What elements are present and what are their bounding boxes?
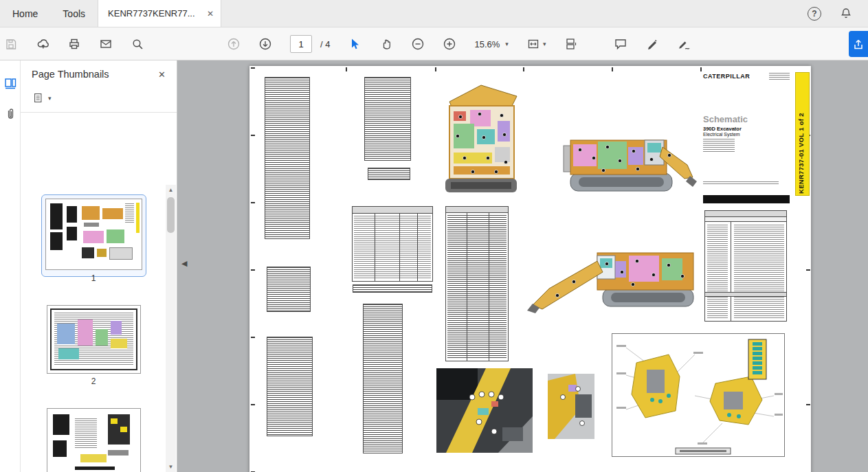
zoom-level-dropdown[interactable]: 15.6% ▾: [474, 39, 508, 49]
wire-list-table: [267, 337, 313, 436]
print-button[interactable]: [67, 37, 81, 51]
previous-page-button[interactable]: [227, 37, 241, 51]
panel-title: Page Thumbnails: [32, 69, 109, 80]
thumbnail-options-button[interactable]: ▾: [21, 85, 177, 112]
page-number-input[interactable]: [290, 35, 312, 53]
wire-list-table: [265, 77, 310, 239]
title-block-bar: [703, 195, 790, 203]
page-thumbnails-panel: Page Thumbnails ✕ ▾: [21, 60, 177, 472]
email-button[interactable]: [99, 37, 113, 51]
thumbnail-scroll-area: 1 2: [21, 122, 177, 472]
close-panel-icon[interactable]: ✕: [158, 69, 166, 80]
select-tool-button[interactable]: [348, 37, 361, 51]
highlight-pen-button[interactable]: [645, 37, 659, 51]
help-icon[interactable]: ?: [808, 7, 821, 21]
scrolling-mode-button[interactable]: [564, 37, 577, 51]
serial-number-lines: [703, 139, 735, 153]
title-block: CATERPILLAR Schematic 390D Excavator Ele…: [703, 73, 792, 203]
wire-list-table: [267, 267, 311, 312]
doc-system: Electrical System: [703, 132, 748, 137]
save-to-cloud-button[interactable]: [36, 37, 49, 51]
zoom-in-button[interactable]: [443, 37, 456, 51]
tab-bar: Home Tools KENR7737KENR77... ✕ ?: [0, 0, 868, 27]
document-canvas: ◀: [177, 60, 868, 472]
toolbar-nav-group: / 4 15.6% ▾ ▾: [227, 27, 577, 60]
search-icon[interactable]: [131, 37, 144, 51]
tab-home-label: Home: [12, 8, 38, 19]
chevron-down-icon: ▾: [505, 41, 509, 47]
tab-home[interactable]: Home: [0, 0, 50, 27]
hand-tool-button[interactable]: [379, 37, 393, 51]
small-table: [353, 284, 432, 293]
doc-heading: Schematic: [703, 114, 748, 124]
comment-button[interactable]: [614, 37, 627, 51]
fill-sign-button[interactable]: [677, 37, 691, 51]
share-button[interactable]: [849, 31, 868, 57]
thumbnail-page-1-number: 1: [80, 273, 107, 283]
panel-scrollbar[interactable]: ▲ ▼: [166, 185, 176, 472]
pdf-page: CATERPILLAR Schematic 390D Excavator Ele…: [249, 66, 811, 472]
part-number-text: [769, 73, 790, 81]
excavator-right-view-image: [528, 107, 698, 196]
toolbar: / 4 15.6% ▾ ▾: [0, 27, 868, 60]
toolbar-annot-group: [614, 27, 691, 60]
page-total-label: / 4: [320, 39, 330, 49]
connector-table: [445, 206, 509, 361]
excavator-cutaway-image: [440, 81, 524, 196]
panel-divider: [21, 112, 177, 113]
scroll-up-arrow[interactable]: ▲: [166, 185, 176, 195]
volume-note-line: [703, 181, 779, 186]
collapse-panel-handle[interactable]: ◀: [181, 254, 192, 272]
thumbnail-page-2[interactable]: [47, 305, 141, 374]
panel-header: Page Thumbnails ✕: [21, 60, 177, 85]
attachments-paperclip-icon[interactable]: [3, 107, 17, 121]
chevron-down-icon: ▾: [48, 95, 52, 102]
small-table: [368, 168, 410, 180]
wire-list-table: [363, 304, 403, 453]
tab-tools[interactable]: Tools: [50, 0, 98, 27]
thumbnail-page-1[interactable]: [45, 199, 142, 270]
zoom-out-button[interactable]: [411, 37, 425, 51]
doc-model: 390D Excavator: [703, 126, 748, 132]
component-table: [352, 206, 433, 282]
cab-interior-photo: [436, 368, 533, 453]
next-page-button[interactable]: [258, 37, 272, 51]
zoom-level-value: 15.6%: [474, 39, 500, 49]
left-rail: [0, 60, 21, 472]
close-tab-icon[interactable]: ✕: [207, 9, 214, 19]
notifications-bell-icon[interactable]: [839, 7, 853, 21]
scrollbar-thumb[interactable]: [167, 197, 175, 233]
tab-tools-label: Tools: [63, 8, 85, 19]
save-button[interactable]: [4, 37, 18, 51]
excavator-left-view-image: [526, 212, 702, 315]
symbols-legend-table: [704, 210, 787, 322]
spine-text: KENR7737-01 VOL 1 of 2: [797, 76, 805, 194]
page-thumbnails-panel-icon[interactable]: [3, 77, 17, 91]
console-diagram: [612, 334, 784, 456]
fit-width-dropdown[interactable]: ▾: [526, 37, 546, 51]
wire-list-table: [364, 77, 411, 161]
tab-document[interactable]: KENR7737KENR77... ✕: [98, 0, 221, 27]
chevron-down-icon: ▾: [543, 41, 546, 47]
component-detail-photo: [548, 374, 594, 439]
scroll-down-arrow[interactable]: ▼: [166, 462, 176, 472]
volume-spine-label: KENR7737-01 VOL 1 of 2: [795, 72, 810, 196]
share-icon: [852, 37, 865, 51]
acrobat-window: Home Tools KENR7737KENR77... ✕ ? / 4: [0, 0, 868, 472]
thumbnail-page-2-number: 2: [80, 377, 107, 386]
thumbnail-page-3[interactable]: [47, 408, 141, 472]
tab-document-label: KENR7737KENR77...: [108, 8, 194, 19]
options-grid-icon: [33, 92, 45, 104]
console-diagram-panel: [612, 333, 785, 457]
tabbar-right: ?: [808, 0, 868, 27]
toolbar-file-group: [4, 27, 144, 60]
